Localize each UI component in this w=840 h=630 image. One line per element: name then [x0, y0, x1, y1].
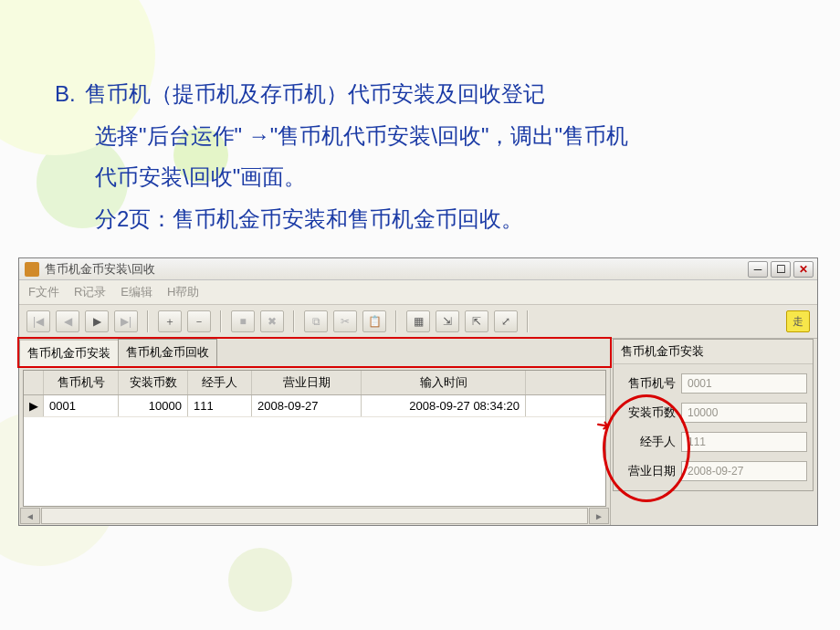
- tab-bar: 售币机金币安装 售币机金币回收: [19, 339, 610, 366]
- nav-last-button[interactable]: ▶|: [114, 310, 138, 332]
- run-icon: 走: [793, 314, 803, 330]
- copy-button[interactable]: ⧉: [304, 310, 328, 332]
- cell-count: 10000: [119, 395, 188, 416]
- label-count: 安装币数: [619, 404, 676, 421]
- form-icon: ▦: [414, 315, 424, 328]
- scroll-left-button[interactable]: ◄: [20, 508, 40, 524]
- label-bizdate: 营业日期: [619, 463, 676, 479]
- cut-button[interactable]: ✂: [333, 310, 357, 332]
- nav-last-icon: ▶|: [121, 315, 131, 328]
- app-window: 售币机金币安装\回收 ─ ☐ ✕ F文件 R记录 E编辑 H帮助 |◀ ◀ ▶ …: [18, 257, 818, 526]
- col-count[interactable]: 安装币数: [119, 371, 188, 394]
- panel-title: 售币机金币安装: [614, 340, 813, 364]
- titlebar: 售币机金币安装\回收 ─ ☐ ✕: [19, 258, 817, 280]
- input-handler[interactable]: 111: [681, 432, 807, 452]
- cell-inputtime: 2008-09-27 08:34:20: [362, 395, 526, 416]
- paste-icon: 📋: [368, 315, 382, 328]
- stop-button[interactable]: ■: [231, 310, 255, 332]
- input-machine[interactable]: 0001: [681, 373, 807, 394]
- window-title: 售币机金币安装\回收: [45, 261, 748, 278]
- detail-panel: 售币机金币安装 售币机号 0001 安装币数 10000 经手人 111 营业日…: [613, 339, 814, 491]
- maximize-button[interactable]: ☐: [771, 261, 791, 278]
- cancel-icon: ✖: [268, 315, 277, 328]
- expand-icon: ⤢: [501, 315, 510, 328]
- label-handler: 经手人: [619, 434, 676, 450]
- left-pane: 售币机金币安装 售币机金币回收 售币机号 安装币数 经手人 营业日期 输入时间 …: [19, 339, 611, 525]
- minimize-icon: ─: [754, 263, 762, 276]
- col-inputtime[interactable]: 输入时间: [362, 371, 526, 394]
- cell-handler: 111: [188, 395, 252, 416]
- slide-body: B. 售币机（提币机及存币机）代币安装及回收登记 选择"后台运作" →"售币机代…: [0, 0, 840, 239]
- nav-first-button[interactable]: |◀: [26, 310, 50, 332]
- heading-line-1: 售币机（提币机及存币机）代币安装及回收登记: [85, 81, 545, 106]
- grid-header: 售币机号 安装币数 经手人 营业日期 输入时间: [24, 371, 605, 395]
- import-icon: ⇱: [472, 315, 481, 328]
- body-line-4: 分2页：售币机金币安装和售币机金币回收。: [95, 198, 785, 240]
- export-button[interactable]: ⇲: [436, 310, 459, 332]
- export-icon: ⇲: [443, 315, 452, 328]
- cut-icon: ✂: [341, 315, 350, 328]
- app-icon: [25, 262, 39, 277]
- import-button[interactable]: ⇱: [465, 310, 488, 332]
- scroll-track[interactable]: [41, 508, 588, 524]
- menu-file[interactable]: F文件: [28, 284, 59, 300]
- tab-recover[interactable]: 售币机金币回收: [118, 339, 217, 366]
- minimize-button[interactable]: ─: [748, 261, 768, 278]
- nav-next-icon: ▶: [93, 315, 101, 328]
- nav-first-icon: |◀: [33, 315, 44, 328]
- minus-icon: －: [194, 314, 205, 330]
- col-bizdate[interactable]: 营业日期: [252, 371, 362, 394]
- col-machine[interactable]: 售币机号: [44, 371, 119, 394]
- body-line-3: 代币安装\回收"画面。: [95, 156, 785, 198]
- grid-scrollbar[interactable]: ◄ ►: [19, 507, 610, 525]
- copy-icon: ⧉: [312, 315, 320, 328]
- row-header-corner: [24, 371, 44, 394]
- nav-next-button[interactable]: ▶: [85, 310, 109, 332]
- stop-icon: ■: [239, 315, 246, 328]
- expand-button[interactable]: ⤢: [494, 310, 518, 332]
- menu-edit[interactable]: E编辑: [121, 284, 152, 300]
- cell-machine: 0001: [44, 395, 119, 416]
- tab-install[interactable]: 售币机金币安装: [19, 339, 119, 366]
- menu-record[interactable]: R记录: [74, 284, 106, 300]
- nav-prev-button[interactable]: ◀: [56, 310, 79, 332]
- add-button[interactable]: ＋: [158, 310, 182, 332]
- plus-icon: ＋: [164, 314, 175, 330]
- label-machine: 售币机号: [619, 375, 676, 392]
- remove-button[interactable]: －: [187, 310, 211, 332]
- scroll-right-button[interactable]: ►: [589, 508, 609, 524]
- table-row[interactable]: ▶ 0001 10000 111 2008-09-27 2008-09-27 0…: [24, 395, 605, 417]
- close-icon: ✕: [799, 263, 808, 276]
- run-button[interactable]: 走: [786, 310, 810, 332]
- toolbar: |◀ ◀ ▶ ▶| ＋ － ■ ✖ ⧉ ✂ 📋 ▦ ⇲ ⇱ ⤢ 走: [19, 305, 817, 339]
- paste-button[interactable]: 📋: [362, 310, 386, 332]
- menubar: F文件 R记录 E编辑 H帮助: [19, 280, 817, 305]
- cancel-button[interactable]: ✖: [260, 310, 284, 332]
- input-bizdate[interactable]: 2008-09-27: [681, 461, 807, 481]
- cell-bizdate: 2008-09-27: [252, 395, 362, 416]
- col-handler[interactable]: 经手人: [188, 371, 252, 394]
- data-grid[interactable]: 售币机号 安装币数 经手人 营业日期 输入时间 ▶ 0001 10000 111…: [23, 370, 606, 507]
- form-button[interactable]: ▦: [406, 310, 430, 332]
- close-button[interactable]: ✕: [793, 261, 814, 278]
- body-line-2: 选择"后台运作" →"售币机代币安装\回收"，调出"售币机: [95, 115, 785, 157]
- menu-help[interactable]: H帮助: [167, 284, 199, 300]
- maximize-icon: ☐: [776, 263, 786, 276]
- input-count[interactable]: 10000: [681, 403, 807, 423]
- list-marker: B.: [55, 81, 76, 106]
- row-indicator: ▶: [24, 395, 44, 416]
- nav-prev-icon: ◀: [64, 315, 72, 328]
